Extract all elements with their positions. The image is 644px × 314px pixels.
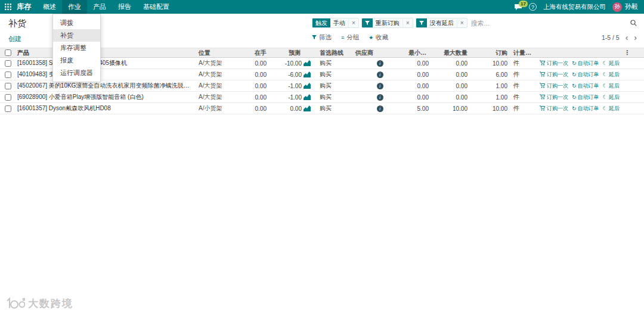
dropdown-item-调拨[interactable]: 调拨 (53, 17, 100, 29)
help-icon[interactable]: ? (529, 3, 537, 11)
row-checkbox[interactable] (5, 60, 11, 67)
info-icon[interactable]: i (377, 105, 383, 112)
header-to-order[interactable]: 订购 (469, 49, 509, 57)
order-once-button[interactable]: 订购一次 (540, 105, 568, 113)
menu-item-产品[interactable]: 产品 (87, 0, 112, 14)
row-checkbox[interactable] (5, 94, 11, 101)
header-route[interactable]: 首选路线 (312, 49, 353, 57)
route-cell[interactable]: 购买 (312, 104, 353, 113)
location-cell[interactable]: A/大货架 (197, 93, 239, 101)
info-icon[interactable]: i (377, 60, 383, 67)
group-by-button[interactable]: ≡ 分组 (341, 33, 359, 42)
search-icon[interactable] (630, 20, 637, 26)
snooze-button[interactable]: ☾ 延后 (603, 71, 620, 79)
create-button[interactable]: 创建 (8, 35, 21, 43)
order-once-button[interactable]: 订购一次 (540, 71, 568, 79)
menu-item-报告[interactable]: 报告 (112, 0, 137, 14)
snooze-button[interactable]: ☾ 延后 (603, 105, 620, 113)
location-cell[interactable]: A/小货架 (197, 104, 239, 113)
location-cell[interactable]: A/大货架 (197, 59, 239, 67)
row-checkbox[interactable] (5, 105, 11, 112)
min-qty-cell[interactable]: 0.00 (407, 94, 431, 101)
to-order-cell[interactable]: 10.00 (469, 60, 509, 67)
max-qty-cell[interactable]: 0.00 (431, 71, 469, 78)
header-max-qty[interactable]: 最大数量 (431, 49, 469, 57)
to-order-cell[interactable]: 1.00 (469, 83, 509, 89)
info-icon[interactable]: i (377, 94, 383, 101)
order-once-button[interactable]: 订购一次 (540, 60, 568, 67)
route-cell[interactable]: 购买 (312, 70, 353, 79)
messages-icon[interactable]: 17 (514, 4, 522, 11)
header-vendor[interactable]: 供应商 (353, 49, 407, 57)
route-cell[interactable]: 购买 (312, 59, 353, 67)
info-icon[interactable]: i (377, 83, 383, 89)
header-on-hand[interactable]: 在手 (239, 49, 268, 57)
filters-button[interactable]: 筛选 (312, 33, 332, 42)
user-menu[interactable]: 孙 孙毅 (612, 2, 638, 12)
snooze-button[interactable]: ☾ 延后 (603, 94, 620, 101)
max-qty-cell[interactable]: 10.00 (431, 105, 469, 112)
min-qty-cell[interactable]: 0.00 (407, 60, 431, 67)
min-qty-cell[interactable]: 0.00 (407, 71, 431, 78)
min-qty-cell[interactable]: 5.00 (407, 105, 431, 112)
automate-orders-button[interactable]: ↻ 自动订单 (572, 82, 599, 90)
dropdown-item-补货[interactable]: 补货 (53, 29, 100, 42)
to-order-cell[interactable]: 1.00 (469, 94, 509, 101)
dropdown-item-报废[interactable]: 报废 (53, 54, 100, 67)
menu-item-概述[interactable]: 概述 (37, 0, 62, 14)
menu-item-作业[interactable]: 作业 (62, 0, 87, 14)
product-name[interactable]: [40109483] 变频家用智能空调 (16, 70, 197, 79)
dropdown-item-运行调度器[interactable]: 运行调度器 (53, 67, 100, 79)
pager-range: 1-5 / 5 (602, 34, 620, 41)
location-cell[interactable]: A/大货架 (197, 82, 239, 90)
max-qty-cell[interactable]: 0.00 (431, 83, 469, 89)
order-once-button[interactable]: 订购一次 (540, 94, 568, 101)
product-name[interactable]: [69028900] 小爱音箱Play增强版智能音箱 (白色) (16, 93, 197, 101)
facet-remove-icon[interactable]: × (348, 18, 358, 27)
product-name[interactable]: [45020067] 美的10KG滚筒全自动洗衣机家用变频除菌净螨洗脱一体 (银… (16, 82, 197, 90)
product-name[interactable]: [16001357] Dyson戴森吹风机HD08 (16, 104, 197, 113)
automate-orders-button[interactable]: ↻ 自动订单 (572, 94, 599, 101)
route-cell[interactable]: 购买 (312, 82, 353, 90)
automate-orders-button[interactable]: ↻ 自动订单 (572, 105, 599, 113)
max-qty-cell[interactable]: 0.00 (431, 94, 469, 101)
forecast-chart-icon[interactable] (304, 94, 311, 100)
forecast-chart-icon[interactable] (304, 105, 311, 111)
header-location[interactable]: 位置 (197, 49, 239, 57)
search-input[interactable] (467, 20, 630, 27)
dropdown-item-库存调整[interactable]: 库存调整 (53, 42, 100, 54)
pager-prev-icon[interactable]: ‹ (626, 35, 628, 41)
row-checkbox[interactable] (5, 83, 11, 89)
to-order-cell[interactable]: 10.00 (469, 105, 509, 112)
order-once-button[interactable]: 订购一次 (540, 82, 568, 90)
menu-item-基础配置[interactable]: 基础配置 (137, 0, 175, 14)
min-qty-cell[interactable]: 0.00 (407, 83, 431, 89)
snooze-button[interactable]: ☾ 延后 (603, 82, 620, 90)
column-options-icon[interactable]: ⋮ (620, 49, 644, 57)
pager-next-icon[interactable]: › (634, 35, 637, 41)
header-uom[interactable]: 计量单位 (509, 49, 538, 57)
apps-grid-icon[interactable] (0, 0, 16, 14)
company-name[interactable]: 上海有线贸易有限公司 (543, 3, 606, 11)
forecast-chart-icon[interactable] (304, 60, 311, 66)
app-name[interactable]: 库存 (17, 2, 31, 12)
forecast-chart-icon[interactable] (304, 83, 311, 89)
header-min-qty[interactable]: 最小数量 (407, 49, 431, 57)
route-cell[interactable]: 购买 (312, 93, 353, 101)
facet-remove-icon[interactable]: × (457, 18, 467, 27)
info-icon[interactable]: i (377, 71, 383, 78)
favorites-button[interactable]: ★ 收藏 (369, 33, 388, 42)
max-qty-cell[interactable]: 0.00 (431, 60, 469, 67)
header-product[interactable]: 产品 (16, 49, 197, 57)
header-forecast[interactable]: 预测 (268, 49, 312, 57)
to-order-cell[interactable]: 6.00 (469, 71, 509, 78)
snooze-button[interactable]: ☾ 延后 (603, 60, 620, 67)
row-checkbox[interactable] (5, 71, 11, 78)
automate-orders-button[interactable]: ↻ 自动订单 (572, 60, 599, 67)
location-cell[interactable]: A/大货架 (197, 70, 239, 79)
forecast-chart-icon[interactable] (304, 71, 311, 77)
select-all-checkbox[interactable] (5, 49, 11, 56)
product-name[interactable]: [16001358] Sony/索尼HDR-CX405摄像机 (16, 59, 197, 67)
automate-orders-button[interactable]: ↻ 自动订单 (572, 71, 599, 79)
facet-remove-icon[interactable]: × (402, 18, 413, 27)
